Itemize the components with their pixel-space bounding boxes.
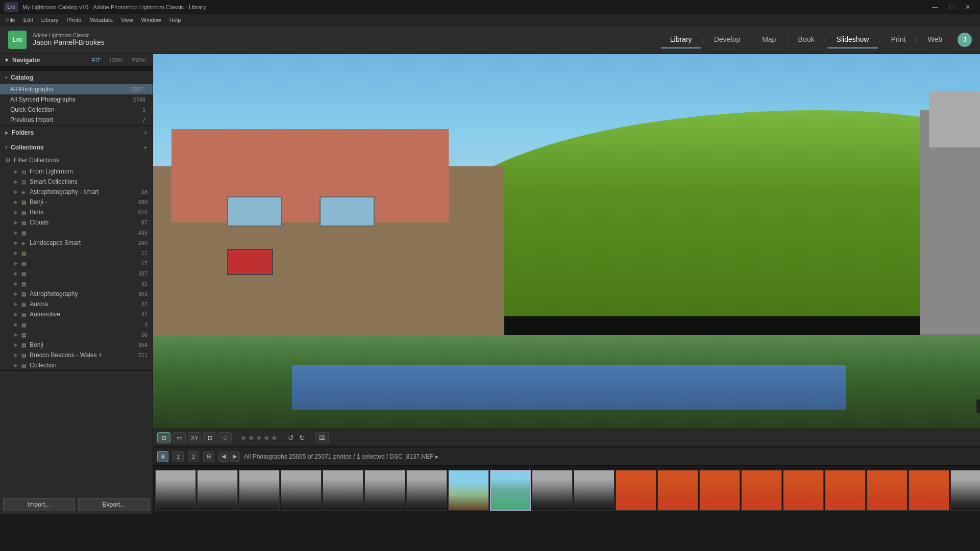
status-count: 25065 of 25071 photos / 1 selected / DSC… <box>289 453 438 460</box>
tab-develop[interactable]: Develop <box>705 31 749 48</box>
collection-automotive[interactable]: ▶ ▤ Automotive 41 <box>0 309 153 319</box>
menu-edit[interactable]: Edit <box>19 16 37 24</box>
collection-astrophotography[interactable]: ▶ ▤ Astrophotography 353 <box>0 289 153 299</box>
collection-benji[interactable]: ▶ ▤ Benji 354 <box>0 340 153 350</box>
collection-unnamed-56[interactable]: ▶ ▤ 56 <box>0 330 153 340</box>
zoom-200[interactable]: 200% <box>129 56 148 64</box>
nav-forward-button[interactable]: ▶ <box>230 452 240 462</box>
film-thumb-10[interactable] <box>532 470 573 511</box>
star-4[interactable]: ★ <box>263 434 270 442</box>
tab-web[interactable]: Web <box>918 31 951 48</box>
collection-astro-smart[interactable]: ▶ ◈ Astrophotography - smart 28 <box>0 187 153 197</box>
collection-unnamed-11[interactable]: ▶ ▤ 11 <box>0 248 153 258</box>
collection-birds[interactable]: ▶ ▤ Birds 616 <box>0 207 153 217</box>
tab-slideshow[interactable]: Slideshow <box>827 31 878 48</box>
tab-map[interactable]: Map <box>753 31 785 48</box>
film-thumb-7[interactable] <box>406 470 447 511</box>
film-thumb-5[interactable] <box>323 470 363 511</box>
menu-library[interactable]: Library <box>37 16 63 24</box>
collection-unnamed-3[interactable]: ▶ ▤ 3 <box>0 319 153 330</box>
minimize-button[interactable]: — <box>927 2 943 12</box>
maximize-button[interactable]: □ <box>943 2 960 12</box>
film-thumb-17[interactable] <box>825 470 866 511</box>
catalog-item-synced[interactable]: All Synced Photographs 2768 <box>0 94 153 105</box>
coll-count: 354 <box>130 342 148 348</box>
collection-smart-collections[interactable]: ▶ ▤ Smart Collections <box>0 177 153 187</box>
loupe-view-button[interactable]: ▭ <box>173 432 186 443</box>
star-3[interactable]: ★ <box>256 434 262 442</box>
collection-unnamed-91[interactable]: ▶ ▤ 91 <box>0 279 153 289</box>
coll-count: 3 <box>130 321 148 328</box>
film-thumb-19[interactable] <box>909 470 949 511</box>
tab-print[interactable]: Print <box>882 31 915 48</box>
star-5[interactable]: ★ <box>271 434 278 442</box>
grid-view-button[interactable]: ⊞ <box>157 432 170 443</box>
coll-arrow: ▶ <box>14 189 18 194</box>
import-button[interactable]: Import... <box>3 498 75 511</box>
coll-icon: ▤ <box>20 270 27 277</box>
menu-file[interactable]: File <box>2 16 19 24</box>
film-thumb-14[interactable] <box>699 470 740 511</box>
catalog-item-quick[interactable]: Quick Collection 1 <box>0 105 153 115</box>
catalog-item-previous[interactable]: Previous Import 7 <box>0 115 153 125</box>
film-thumb-4[interactable] <box>281 470 322 511</box>
view-grid-button[interactable]: ⊞ <box>203 451 214 462</box>
film-thumb-15[interactable] <box>741 470 782 511</box>
collection-unnamed-17[interactable]: ▶ ▤ 17 <box>0 258 153 268</box>
close-button[interactable]: ✕ <box>960 2 976 12</box>
zoom-100[interactable]: 100% <box>107 56 125 64</box>
export-button[interactable]: Export... <box>78 498 150 511</box>
film-thumb-3[interactable] <box>239 470 280 511</box>
collection-landscapes-smart[interactable]: ▶ ◈ Landscapes Smart 240 <box>0 238 153 248</box>
compare-view-button[interactable]: XY <box>188 432 201 443</box>
water-layer <box>292 365 846 410</box>
film-thumb-8[interactable] <box>448 470 489 511</box>
collection-from-lightroom[interactable]: ▶ ▤ From Lightroom <box>0 166 153 177</box>
folders-header[interactable]: ▶ Folders + <box>0 126 153 140</box>
tab-library[interactable]: Library <box>661 31 701 48</box>
catalog-item-all-photos[interactable]: All Photographs 25071 <box>0 84 153 94</box>
user-avatar[interactable]: J <box>958 33 972 47</box>
view-1-button[interactable]: 1 <box>173 451 184 462</box>
collection-unnamed-433[interactable]: ▶ ▤ 433 <box>0 228 153 238</box>
collection-brecon[interactable]: ▶ ▤ Brecon Beacons - Wales + 711 <box>0 350 153 360</box>
collection-benji-dash[interactable]: ▶ ▤ Benji - 680 <box>0 197 153 207</box>
rotate-left-button[interactable]: ↺ <box>288 434 294 442</box>
star-2[interactable]: ★ <box>248 434 255 442</box>
menu-metadata[interactable]: Metadata <box>85 16 117 24</box>
nav-back-button[interactable]: ◀ <box>218 452 229 462</box>
menu-photo[interactable]: Photo <box>62 16 85 24</box>
film-thumb-11[interactable] <box>574 470 615 511</box>
survey-view-button[interactable]: ⊟ <box>203 432 216 443</box>
film-thumb-13[interactable] <box>657 470 698 511</box>
film-thumb-18[interactable] <box>867 470 908 511</box>
collection-generic[interactable]: ▶ ▤ Collection <box>0 360 153 370</box>
menu-view[interactable]: View <box>117 16 137 24</box>
collection-aurora[interactable]: ▶ ▤ Aurora 37 <box>0 299 153 309</box>
film-thumb-2[interactable] <box>197 470 238 511</box>
film-thumb-20[interactable] <box>950 470 980 511</box>
film-thumb-9-selected[interactable] <box>490 470 531 511</box>
film-thumb-16[interactable] <box>783 470 824 511</box>
crop-button[interactable]: ⌧ <box>315 432 329 443</box>
collection-unnamed-337[interactable]: ▶ ▤ 337 <box>0 268 153 279</box>
film-thumb-1[interactable] <box>155 470 196 511</box>
view-2-button[interactable]: 2 <box>188 451 199 462</box>
tab-book[interactable]: Book <box>789 31 824 48</box>
rotate-right-button[interactable]: ↻ <box>299 434 305 442</box>
zoom-fit[interactable]: FIT <box>90 56 103 64</box>
people-view-button[interactable]: ☺ <box>218 432 232 443</box>
film-thumb-6[interactable] <box>364 470 405 511</box>
view-single-button[interactable]: ▣ <box>157 451 168 462</box>
collections-add-button[interactable]: + <box>143 143 148 152</box>
coll-arrow: ▶ <box>14 251 18 256</box>
star-1[interactable]: ★ <box>240 434 247 442</box>
coll-count: 337 <box>130 270 148 277</box>
catalog-header[interactable]: ▾ Catalog <box>0 71 153 84</box>
menu-help[interactable]: Help <box>165 16 185 24</box>
collections-header[interactable]: ▾ Collections + <box>0 140 153 155</box>
collection-clouds[interactable]: ▶ ▤ Clouds 87 <box>0 217 153 228</box>
folders-add-button[interactable]: + <box>143 129 148 137</box>
menu-window[interactable]: Window <box>137 16 165 24</box>
film-thumb-12[interactable] <box>616 470 656 511</box>
